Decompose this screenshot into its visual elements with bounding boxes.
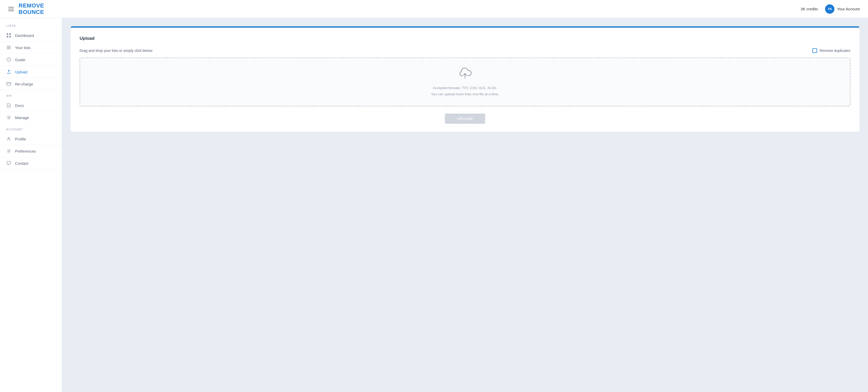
header: REMOVE BOUNCE 3K credits YA Your Account — [0, 0, 868, 18]
logo-line1: REMOVE — [19, 3, 44, 9]
upload-card-body: Upload Drag and drop your lists or simpl… — [70, 28, 860, 132]
drag-drop-text: Drag and drop your lists or simply click… — [80, 48, 153, 53]
sidebar-section-account: ACCOUNT — [0, 128, 62, 131]
person-icon — [6, 136, 11, 141]
sidebar-item-your-lists[interactable]: Your lists — [0, 41, 62, 54]
cloud-upload-icon — [457, 66, 473, 81]
sidebar-item-docs[interactable]: Docs — [0, 99, 62, 111]
sidebar: LISTS Dashboard Your — [0, 18, 62, 392]
sidebar-item-dashboard[interactable]: Dashboard — [0, 29, 62, 41]
upload-icon — [6, 69, 11, 74]
svg-rect-0 — [7, 33, 8, 35]
book-icon — [6, 103, 11, 108]
sidebar-item-label-guide: Guide — [15, 58, 25, 62]
remove-duplicates-row: Remove duplicates — [812, 48, 850, 53]
sidebar-item-label-re-charge: Re-charge — [15, 82, 33, 86]
sidebar-section-lists: LISTS — [0, 24, 62, 27]
svg-point-15 — [8, 151, 9, 152]
header-left: REMOVE BOUNCE — [8, 3, 44, 15]
sidebar-item-label-contact: Contact — [15, 161, 28, 166]
help-circle-icon: ? — [6, 57, 11, 62]
card-icon — [6, 81, 11, 87]
svg-rect-2 — [7, 36, 8, 37]
upload-button[interactable]: UPLOAD — [445, 113, 486, 124]
upload-card-title: Upload — [80, 36, 850, 41]
layout: LISTS Dashboard Your — [0, 18, 868, 392]
file-drop-zone[interactable]: Accepted formats: TXT, CSV, XLS, XLSX. Y… — [80, 58, 850, 106]
hamburger-menu-button[interactable] — [8, 7, 14, 11]
svg-point-13 — [8, 117, 9, 118]
sidebar-item-label-preferences: Preferences — [15, 149, 36, 153]
remove-duplicates-checkbox[interactable] — [812, 48, 817, 53]
sidebar-item-profile[interactable]: Profile — [0, 133, 62, 145]
sidebar-section-api: API — [0, 94, 62, 97]
upload-card: Upload Drag and drop your lists or simpl… — [70, 26, 860, 132]
svg-rect-9 — [7, 83, 11, 86]
gear-icon — [6, 115, 11, 120]
multi-file-text: You can upload more than one file at a t… — [431, 91, 499, 97]
credits-display: 3K credits — [801, 7, 818, 11]
avatar: YA — [825, 4, 834, 14]
sidebar-item-label-dashboard: Dashboard — [15, 33, 34, 38]
grid-icon — [6, 33, 11, 38]
sidebar-item-label-docs: Docs — [15, 103, 24, 108]
sidebar-item-guide[interactable]: ? Guide — [0, 54, 62, 66]
upload-button-row: UPLOAD — [80, 113, 850, 124]
main-content: Upload Drag and drop your lists or simpl… — [62, 18, 868, 392]
list-icon — [6, 45, 11, 50]
svg-rect-3 — [9, 36, 11, 37]
sidebar-item-label-your-lists: Your lists — [15, 45, 31, 50]
svg-text:?: ? — [8, 59, 9, 61]
account-menu[interactable]: YA Your Account — [825, 4, 860, 14]
upload-controls-row: Drag and drop your lists or simply click… — [80, 48, 850, 53]
logo: REMOVE BOUNCE — [19, 3, 44, 15]
sidebar-item-label-manage: Manage — [15, 116, 29, 120]
sidebar-item-re-charge[interactable]: Re-charge — [0, 78, 62, 90]
sidebar-item-preferences[interactable]: Preferences — [0, 145, 62, 157]
formats-text: Accepted formats: TXT, CSV, XLS, XLSX. — [431, 85, 499, 91]
logo-line2: BOUNCE — [19, 9, 44, 15]
svg-rect-1 — [9, 33, 11, 35]
svg-point-14 — [8, 137, 9, 139]
settings-icon — [6, 149, 11, 154]
sidebar-item-upload[interactable]: Upload — [0, 66, 62, 78]
remove-duplicates-label: Remove duplicates — [820, 48, 850, 53]
drop-zone-text: Accepted formats: TXT, CSV, XLS, XLSX. Y… — [431, 85, 499, 98]
chat-icon — [6, 161, 11, 166]
sidebar-item-contact[interactable]: Contact — [0, 157, 62, 169]
account-name: Your Account — [837, 7, 860, 11]
sidebar-item-label-upload: Upload — [15, 70, 27, 74]
sidebar-item-label-profile: Profile — [15, 137, 26, 141]
sidebar-item-manage[interactable]: Manage — [0, 111, 62, 124]
header-right: 3K credits YA Your Account — [801, 4, 860, 14]
